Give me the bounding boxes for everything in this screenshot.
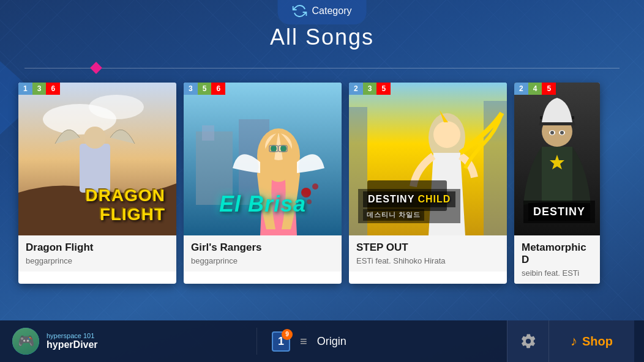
- player-level: hyperspace 101: [47, 332, 98, 339]
- diff-badge-2: 4: [528, 83, 542, 95]
- card-image-dragon-flight: 1 3 6: [18, 83, 176, 235]
- card-image-girls: 3 5 6: [184, 83, 342, 235]
- song-card-step-out[interactable]: 2 3 5: [349, 83, 507, 284]
- svg-point-4: [84, 127, 106, 149]
- song-title-metamorphic: Metamorphic D: [522, 242, 593, 266]
- shop-label: Shop: [582, 334, 613, 349]
- diff-badge-1: 3: [184, 83, 198, 95]
- diff-badge-3: 6: [211, 83, 225, 95]
- category-icon: [293, 4, 307, 18]
- artwork-metamorphic: DESTINY: [514, 83, 600, 235]
- player-avatar: [12, 328, 39, 355]
- artwork-elbrisa: El Brisa: [184, 83, 342, 235]
- svg-point-33: [560, 131, 564, 135]
- diff-badges-dragon: 1 3 6: [18, 83, 60, 95]
- slider[interactable]: [24, 67, 620, 68]
- song-artist-metamorphic: seibin feat. ESTi: [522, 268, 593, 278]
- song-title-girls: Girl's Rangers: [191, 242, 334, 254]
- diff-badges-metamorphic: 2 4 5: [514, 83, 556, 95]
- svg-point-18: [307, 199, 312, 204]
- slider-track: [24, 68, 620, 68]
- settings-button[interactable]: [507, 320, 549, 362]
- card-image-metamorphic: 2 4 5: [514, 83, 600, 235]
- card-info-girls: Girl's Rangers beggarprince: [184, 235, 342, 272]
- song-title-dragon: Dragon Flight: [26, 242, 169, 254]
- svg-point-2: [89, 95, 144, 119]
- card-info-step-out: STEP OUT ESTi feat. Shihoko Hirata: [349, 235, 507, 272]
- avatar-image: [12, 328, 39, 355]
- right-section: ♪ Shop: [497, 320, 644, 362]
- song-card-metamorphic[interactable]: 2 4 5: [514, 83, 600, 284]
- card-image-step-out: 2 3 5: [349, 83, 507, 235]
- svg-rect-3: [80, 144, 110, 193]
- diff-badge-1: 2: [514, 83, 528, 95]
- song-card-dragon-flight[interactable]: 1 3 6: [18, 83, 176, 284]
- category-button[interactable]: Category: [278, 0, 367, 24]
- song-artist-step-out: ESTi feat. Shihoko Hirata: [356, 256, 500, 265]
- diff-badge-2: 3: [363, 83, 377, 95]
- player-name: hyperDiver: [47, 339, 98, 350]
- rank-count: 9: [282, 329, 293, 340]
- player-info: hyperspace 101 hyperDiver: [47, 332, 98, 350]
- svg-point-32: [550, 131, 554, 135]
- mode-label: Origin: [317, 335, 346, 348]
- category-label: Category: [312, 6, 352, 17]
- svg-point-17: [312, 183, 318, 190]
- artwork-destiny: DESTINY CHILD 데스티니 차일드: [349, 83, 507, 235]
- song-artist-girls: beggarprince: [191, 256, 334, 265]
- settings-icon: [520, 333, 537, 350]
- diff-badge-3: 5: [542, 83, 556, 95]
- svg-point-11: [271, 145, 277, 152]
- song-artist-dragon: beggarprince: [26, 256, 169, 265]
- player-section: hyperspace 101 hyperDiver: [0, 328, 257, 355]
- diff-badges-girls: 3 5 6: [184, 83, 225, 95]
- diff-badge-2: 5: [198, 83, 212, 95]
- rank-badge[interactable]: 1 9: [272, 331, 290, 352]
- bottom-bar: hyperspace 101 hyperDiver 1 9 ≡ Origin ♪…: [0, 320, 644, 362]
- diff-badge-2: 3: [32, 83, 47, 95]
- diff-badge-1: 1: [18, 83, 32, 95]
- diff-badges-step: 2 3 5: [349, 83, 391, 95]
- diff-badge-3: 6: [46, 83, 60, 95]
- svg-point-23: [433, 121, 460, 148]
- shop-icon: ♪: [571, 333, 577, 349]
- svg-point-12: [280, 145, 286, 152]
- song-title-step-out: STEP OUT: [356, 242, 500, 254]
- center-section: 1 9 ≡ Origin: [257, 331, 497, 352]
- diff-badge-3: 5: [376, 83, 391, 95]
- list-icon[interactable]: ≡: [300, 334, 307, 349]
- song-card-girls-rangers[interactable]: 3 5 6: [184, 83, 342, 284]
- card-info-metamorphic: Metamorphic D seibin feat. ESTi: [514, 235, 600, 284]
- diff-badge-1: 2: [349, 83, 363, 95]
- card-info-dragon: Dragon Flight beggarprince: [18, 235, 176, 272]
- artwork-dragon: DRAGONFLIGHT: [18, 83, 176, 235]
- page-title: All Songs: [270, 24, 374, 50]
- shop-button[interactable]: ♪ Shop: [549, 320, 634, 362]
- svg-rect-8: [202, 125, 214, 141]
- song-cards-container: 1 3 6: [18, 83, 644, 284]
